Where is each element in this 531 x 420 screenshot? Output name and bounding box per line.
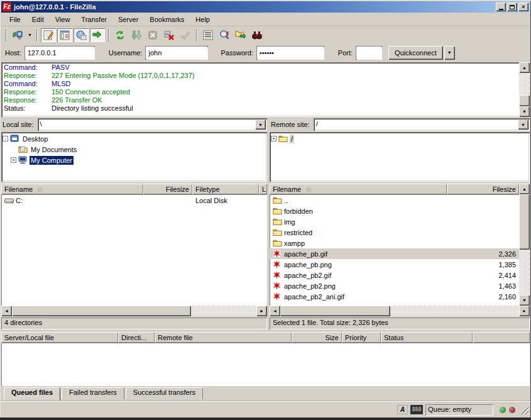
- menu-view[interactable]: View: [50, 14, 76, 25]
- host-input[interactable]: [25, 47, 94, 59]
- remote-file-list[interactable]: .. forbidden img: [270, 194, 519, 306]
- local-treeview-icon: [59, 30, 70, 41]
- menu-edit[interactable]: Edit: [26, 14, 50, 25]
- scroll-right-icon[interactable]: ►: [519, 306, 530, 316]
- message-log-body[interactable]: Command:PASV Response:227 Entering Passi…: [1, 62, 519, 117]
- scroll-up-icon[interactable]: ▲: [519, 62, 530, 73]
- tab-successful-transfers[interactable]: Successful transfers: [126, 387, 203, 399]
- local-site-combo[interactable]: \ ▼: [38, 118, 267, 131]
- close-button[interactable]: ×: [518, 3, 528, 11]
- site-manager-dropdown[interactable]: ▼: [26, 28, 34, 42]
- remote-tree[interactable]: + /: [270, 132, 530, 182]
- scroll-left-icon[interactable]: ◄: [270, 306, 280, 316]
- menu-bookmarks[interactable]: Bookmarks: [144, 14, 190, 25]
- password-label: Password:: [221, 49, 253, 57]
- menu-help[interactable]: Help: [190, 14, 216, 25]
- remote-file-row[interactable]: forbidden: [270, 206, 519, 216]
- scroll-down-icon[interactable]: ▼: [519, 106, 530, 117]
- maximize-button[interactable]: [507, 3, 517, 11]
- reconnect-button[interactable]: [178, 28, 193, 42]
- synchronized-browsing-button[interactable]: [233, 28, 248, 42]
- tab-failed-transfers[interactable]: Failed transfers: [62, 387, 124, 399]
- tree-item-root[interactable]: + /: [271, 133, 528, 144]
- tab-queued-files[interactable]: Queued files: [4, 387, 60, 401]
- site-manager-button[interactable]: [10, 28, 25, 42]
- directory-comparison-button[interactable]: [217, 28, 232, 42]
- cancel-operation-button[interactable]: [145, 28, 160, 42]
- remote-file-row[interactable]: ..: [270, 195, 519, 206]
- toggle-message-log-button[interactable]: [41, 28, 56, 42]
- remote-hscrollbar[interactable]: ◄ ►: [270, 306, 530, 316]
- remote-vscrollbar[interactable]: ▲ ▼: [519, 184, 530, 306]
- combo-dropdown-button[interactable]: ▼: [518, 119, 528, 130]
- column-filename[interactable]: Filename: [1, 184, 143, 194]
- scroll-down-icon[interactable]: ▼: [519, 295, 530, 306]
- toggle-local-tree-button[interactable]: [57, 28, 72, 42]
- column-filesize[interactable]: Filesize: [143, 184, 192, 194]
- scrollbar-thumb[interactable]: [519, 194, 530, 250]
- column-last-modified[interactable]: L: [259, 184, 267, 194]
- queue-header: Server/Local file Directi... Remote file…: [1, 332, 530, 343]
- remote-file-row[interactable]: apache_pb2.png 1,463: [270, 280, 519, 291]
- menu-transfer[interactable]: Transfer: [75, 14, 112, 25]
- quickconnect-dropdown[interactable]: ▼: [444, 46, 455, 60]
- disconnect-button[interactable]: [161, 28, 177, 42]
- cancel-icon: [147, 30, 158, 41]
- local-hscrollbar[interactable]: ◄ ►: [1, 306, 267, 316]
- remote-site-combo[interactable]: / ▼: [314, 118, 530, 131]
- toggle-remote-tree-button[interactable]: [74, 28, 89, 42]
- remote-file-row[interactable]: apache_pb2_ani.gif 2,160: [270, 291, 519, 302]
- tree-item-desktop[interactable]: - Desktop: [3, 133, 266, 144]
- remote-file-row[interactable]: apache_pb.png 1,385: [270, 259, 519, 270]
- remote-file-row[interactable]: img: [270, 216, 519, 227]
- local-file-list[interactable]: C: Local Disk: [1, 194, 267, 306]
- column-server-local-file[interactable]: Server/Local file: [1, 332, 118, 343]
- log-scrollbar[interactable]: ▲ ▼: [519, 62, 530, 117]
- quickconnect-button[interactable]: Quickconnect: [388, 46, 443, 60]
- scroll-up-icon[interactable]: ▲: [519, 184, 530, 194]
- scrollbar-thumb[interactable]: [519, 95, 530, 106]
- menu-file[interactable]: File: [4, 14, 26, 25]
- local-tree[interactable]: - Desktop My Documents + My Computer: [1, 132, 267, 182]
- expand-icon[interactable]: +: [11, 157, 16, 163]
- toggle-transfer-queue-button[interactable]: [90, 28, 105, 42]
- collapse-icon[interactable]: -: [3, 136, 8, 141]
- column-direction[interactable]: Directi...: [118, 332, 155, 343]
- tree-item-my-documents[interactable]: My Documents: [3, 144, 266, 155]
- port-input[interactable]: [356, 47, 381, 59]
- queue-body[interactable]: [1, 343, 530, 386]
- title-bar[interactable]: Fz john@127.0.0.1 - FileZilla ×: [1, 1, 530, 13]
- column-remote-file[interactable]: Remote file: [155, 332, 292, 343]
- transfer-type-indicator[interactable]: A: [397, 405, 408, 414]
- menu-server[interactable]: Server: [112, 14, 144, 25]
- column-status[interactable]: Status: [381, 332, 473, 343]
- username-input[interactable]: [146, 47, 207, 59]
- refresh-button[interactable]: [112, 28, 128, 42]
- remote-file-row[interactable]: apache_pb2.gif 2,414: [270, 270, 519, 280]
- tree-item-my-computer[interactable]: + My Computer: [3, 155, 266, 165]
- column-filename[interactable]: Filename: [270, 184, 447, 194]
- filter-button[interactable]: [200, 28, 216, 42]
- scroll-right-icon[interactable]: ►: [256, 306, 267, 316]
- process-queue-button[interactable]: [129, 28, 144, 42]
- password-input[interactable]: [257, 47, 324, 59]
- desktop-icon: [10, 135, 19, 143]
- column-filesize[interactable]: Filesize: [447, 184, 519, 194]
- remote-file-row-selected[interactable]: apache_pb.gif 2,326: [270, 248, 519, 259]
- remote-file-row[interactable]: restricted: [270, 227, 519, 238]
- speed-limits-indicator[interactable]: 888: [410, 405, 423, 414]
- combo-dropdown-button[interactable]: ▼: [255, 119, 266, 130]
- column-priority[interactable]: Priority: [342, 332, 381, 343]
- scroll-left-icon[interactable]: ◄: [1, 306, 12, 316]
- resize-grip[interactable]: [520, 406, 528, 414]
- minimize-button[interactable]: [496, 3, 506, 11]
- scrollbar-thumb[interactable]: [280, 306, 390, 316]
- column-filetype[interactable]: Filetype: [192, 184, 259, 194]
- find-files-button[interactable]: [249, 28, 265, 42]
- maximize-icon: [510, 5, 515, 9]
- remote-file-row[interactable]: xampp: [270, 238, 519, 248]
- column-size[interactable]: Size: [292, 332, 342, 343]
- expand-icon[interactable]: +: [271, 136, 276, 141]
- local-file-row[interactable]: C: Local Disk: [1, 195, 267, 206]
- scrollbar-thumb[interactable]: [12, 306, 191, 316]
